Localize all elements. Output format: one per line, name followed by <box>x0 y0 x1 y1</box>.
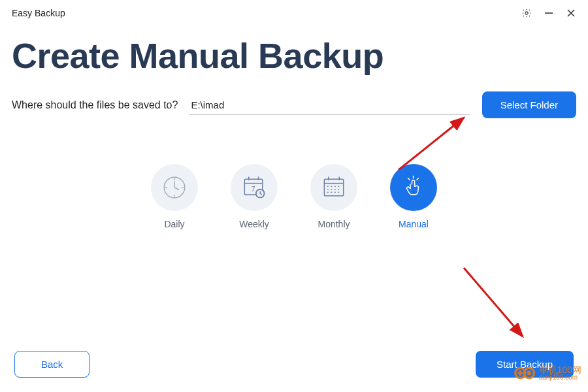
footer: Back Start Backup <box>0 351 588 378</box>
frequency-option-label: Monthly <box>318 219 350 229</box>
svg-line-36 <box>408 178 410 180</box>
minimize-icon[interactable] <box>544 8 554 18</box>
svg-rect-20 <box>324 179 343 196</box>
frequency-option-label: Daily <box>164 219 184 229</box>
app-title: Easy Backup <box>12 8 65 18</box>
svg-line-40 <box>464 268 523 336</box>
calendar-month-icon <box>310 164 357 211</box>
frequency-option-manual[interactable]: Manual <box>390 164 437 229</box>
frequency-option-weekly[interactable]: 7 Weekly <box>231 164 278 229</box>
frequency-options: Daily 7 Weekly <box>0 164 588 229</box>
destination-path-input[interactable] <box>189 95 470 115</box>
destination-row: Where should the files be saved to? Sele… <box>0 91 588 118</box>
calendar-week-icon: 7 <box>231 164 278 211</box>
start-backup-button[interactable]: Start Backup <box>476 351 574 378</box>
back-button[interactable]: Back <box>14 351 90 378</box>
window-controls <box>521 8 576 18</box>
frequency-option-monthly[interactable]: Monthly <box>310 164 357 229</box>
page-title: Create Manual Backup <box>0 22 588 91</box>
frequency-option-label: Weekly <box>239 219 269 229</box>
clock-icon <box>151 164 198 211</box>
gear-icon[interactable] <box>521 8 532 18</box>
close-icon[interactable] <box>566 8 576 18</box>
svg-line-38 <box>417 178 419 180</box>
frequency-option-label: Manual <box>399 219 429 229</box>
select-folder-button[interactable]: Select Folder <box>482 91 576 118</box>
svg-point-0 <box>525 12 528 14</box>
destination-label: Where should the files be saved to? <box>12 99 178 111</box>
svg-line-6 <box>174 188 179 190</box>
hand-tap-icon <box>390 164 437 211</box>
annotation-arrow-icon <box>457 261 536 346</box>
svg-line-39 <box>399 118 464 170</box>
svg-text:7: 7 <box>251 185 255 193</box>
frequency-option-daily[interactable]: Daily <box>151 164 198 229</box>
